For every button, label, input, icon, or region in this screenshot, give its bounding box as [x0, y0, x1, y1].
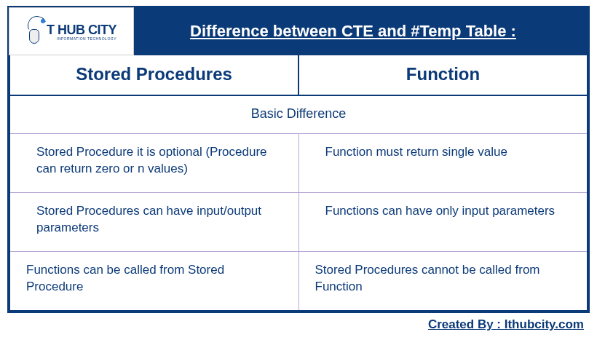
cell-right: Stored Procedures cannot be called from …	[299, 252, 588, 310]
page-title: Difference between CTE and #Temp Table :	[134, 9, 587, 54]
cell-right: Functions can have only input parameters	[299, 193, 588, 251]
brand-subtext: INFORMATION TECHNOLOGY	[47, 36, 116, 41]
brand-text: T HUB CITY	[47, 23, 116, 38]
comparison-card: T HUB CITY INFORMATION TECHNOLOGY Differ…	[7, 6, 590, 313]
cell-left: Functions can be called from Stored Proc…	[10, 252, 299, 310]
footer-credit: Created By : Ithubcity.com	[0, 313, 597, 332]
cell-right: Function must return single value	[299, 134, 588, 192]
header-function: Function	[299, 55, 587, 95]
section-header: Basic Difference	[10, 95, 587, 134]
mouse-icon	[26, 17, 44, 45]
brand-logo: T HUB CITY INFORMATION TECHNOLOGY	[9, 7, 134, 55]
cell-left: Stored Procedures can have input/output …	[10, 193, 299, 251]
header-stored-procedures: Stored Procedures	[10, 55, 299, 95]
table-row: Functions can be called from Stored Proc…	[10, 252, 587, 310]
cell-left: Stored Procedure it is optional (Procedu…	[10, 134, 299, 192]
column-headers: Stored Procedures Function	[10, 54, 587, 95]
table-row: Stored Procedure it is optional (Procedu…	[10, 134, 587, 193]
table-row: Stored Procedures can have input/output …	[10, 193, 587, 252]
title-bar: T HUB CITY INFORMATION TECHNOLOGY Differ…	[10, 9, 587, 54]
